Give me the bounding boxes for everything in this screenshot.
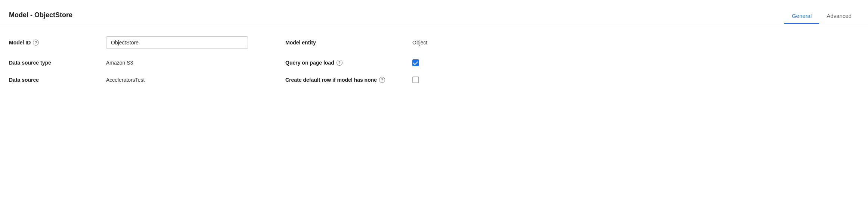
header: Model - ObjectStore General Advanced [0,0,868,24]
data-source-type-value: Amazon S3 [106,60,263,66]
page-title: Model - ObjectStore [9,11,72,19]
data-source-type-label: Data source type [9,60,106,66]
form-row-data-source-type: Data source type Amazon S3 Query on page… [9,59,859,66]
tab-advanced[interactable]: Advanced [819,9,859,24]
form-row-data-source: Data source AcceleratorsTest Create defa… [9,77,859,83]
tab-bar: General Advanced [784,6,859,24]
query-on-page-load-checkbox[interactable] [412,59,419,66]
model-entity-label: Model entity [285,40,412,46]
create-default-row-checkbox-container [412,77,419,83]
query-on-page-load-checkbox-container [412,59,419,66]
page-container: Model - ObjectStore General Advanced Mod… [0,0,868,215]
tab-general[interactable]: General [784,9,819,24]
query-on-page-load-section: Query on page load ? [285,59,859,66]
model-entity-value: Object [412,40,427,46]
create-default-row-checkbox[interactable] [412,77,419,83]
form-row-model-id: Model ID ? Model entity Object [9,36,859,49]
data-source-label: Data source [9,77,106,83]
model-id-input[interactable] [106,36,248,49]
model-id-input-container [106,36,263,49]
create-default-row-help-icon[interactable]: ? [379,77,385,83]
model-id-help-icon[interactable]: ? [33,40,39,46]
form-content: Model ID ? Model entity Object Data sour… [0,24,868,106]
model-entity-section: Model entity Object [285,40,859,46]
query-on-page-load-help-icon[interactable]: ? [337,60,342,66]
query-on-page-load-label: Query on page load ? [285,60,412,66]
model-id-label: Model ID ? [9,40,106,46]
data-source-value: AcceleratorsTest [106,77,263,83]
create-default-row-section: Create default row if model has none ? [285,77,859,83]
create-default-row-label: Create default row if model has none ? [285,77,412,83]
